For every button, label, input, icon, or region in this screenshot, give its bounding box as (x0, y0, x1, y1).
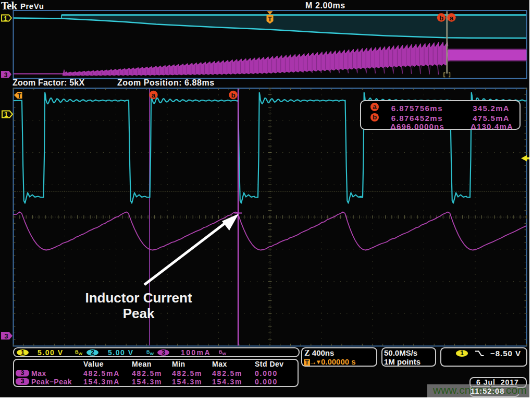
svg-text:1: 1 (4, 15, 7, 22)
svg-text:3: 3 (4, 332, 8, 340)
svg-text:T: T (17, 92, 21, 100)
svg-text:1: 1 (4, 111, 8, 118)
svg-text:a: a (450, 14, 454, 22)
svg-text:3: 3 (4, 71, 8, 79)
svg-text:b: b (231, 91, 235, 99)
svg-text:a: a (152, 91, 156, 99)
svg-text:b: b (439, 14, 443, 22)
svg-text:T: T (268, 15, 272, 23)
